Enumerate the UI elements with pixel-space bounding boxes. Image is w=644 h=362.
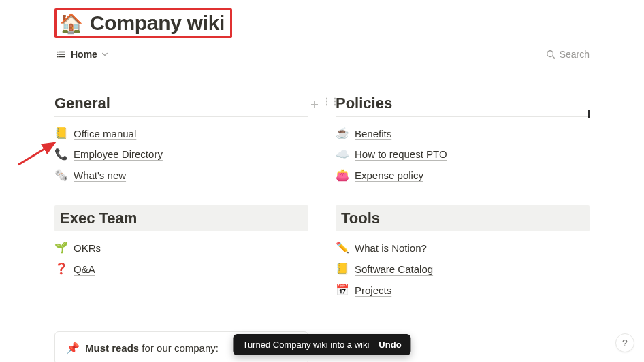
help-label: ?	[622, 338, 628, 348]
page-title[interactable]: Company wiki	[90, 12, 225, 35]
search-label: Search	[560, 49, 590, 60]
link-benefits[interactable]: ☕ Benefits	[336, 127, 590, 141]
link-expense-policy[interactable]: 👛 Expense policy	[336, 169, 590, 183]
link-projects[interactable]: 📅 Projects	[336, 283, 590, 297]
link-office-manual[interactable]: 📒 Office manual	[54, 127, 308, 141]
notebook-icon: 📒	[54, 127, 67, 141]
help-button[interactable]: ?	[615, 333, 634, 352]
section-heading-policies[interactable]: ＋ ⋮⋮ Policies	[336, 95, 590, 117]
coffee-icon: ☕	[336, 127, 348, 141]
link-label: Software Catalog	[355, 263, 433, 276]
link-label: Expense policy	[355, 169, 423, 182]
search-icon	[546, 50, 556, 59]
link-qa[interactable]: ❓ Q&A	[54, 262, 308, 276]
link-okrs[interactable]: 🌱 OKRs	[54, 241, 308, 255]
must-reads-text: Must reads for our company:	[85, 342, 219, 354]
link-label: What is Notion?	[355, 242, 427, 255]
toast-message: Turned Company wiki into a wiki	[242, 340, 369, 350]
page-title-row: 🏠 Company wiki	[54, 8, 232, 38]
svg-point-1	[57, 54, 59, 55]
seedling-icon: 🌱	[54, 241, 67, 255]
view-switcher-home[interactable]: Home	[54, 48, 111, 61]
question-icon: ❓	[54, 262, 67, 276]
list-icon	[57, 50, 67, 59]
section-heading-label: Exec Team	[60, 210, 137, 227]
pencil-icon: ✏️	[336, 241, 348, 255]
section-policies: ＋ ⋮⋮ Policies ☕ Benefits ☁️ How to reque…	[336, 95, 590, 189]
newspaper-icon: 🗞️	[54, 169, 67, 183]
page-root: 🏠 Company wiki Home Search General 📒	[0, 0, 644, 362]
page-icon[interactable]: 🏠	[59, 12, 83, 35]
view-toolbar: Home Search	[54, 48, 590, 67]
link-label: Q&A	[74, 263, 95, 276]
link-label: Office manual	[74, 127, 136, 141]
view-switcher-label: Home	[71, 49, 97, 60]
search-button[interactable]: Search	[546, 49, 590, 60]
notebook-icon: 📒	[336, 262, 348, 276]
sections-grid: General 📒 Office manual 📞 Employee Direc…	[54, 95, 590, 304]
section-heading-tools[interactable]: Tools	[336, 205, 590, 231]
link-request-pto[interactable]: ☁️ How to request PTO	[336, 148, 590, 162]
section-heading-label: Tools	[341, 210, 380, 227]
block-hover-controls: ＋ ⋮⋮	[308, 96, 338, 112]
pushpin-icon: 📌	[66, 342, 80, 355]
link-what-is-notion[interactable]: ✏️ What is Notion?	[336, 241, 590, 255]
link-software-catalog[interactable]: 📒 Software Catalog	[336, 262, 590, 276]
section-heading-label: Policies	[336, 95, 392, 112]
link-label: Projects	[355, 284, 391, 297]
link-label: Benefits	[355, 127, 391, 141]
add-block-icon[interactable]: ＋	[308, 96, 321, 112]
phone-icon: 📞	[54, 148, 67, 162]
section-heading-exec[interactable]: Exec Team	[54, 205, 308, 231]
link-label: How to request PTO	[355, 148, 447, 161]
cloud-icon: ☁️	[336, 148, 348, 162]
link-employee-directory[interactable]: 📞 Employee Directory	[54, 148, 308, 162]
link-label: Employee Directory	[74, 148, 163, 161]
svg-point-0	[57, 52, 59, 53]
chevron-down-icon	[101, 51, 108, 58]
section-heading-general[interactable]: General	[54, 95, 308, 117]
svg-point-2	[57, 56, 59, 58]
section-exec-team: Exec Team 🌱 OKRs ❓ Q&A	[54, 205, 308, 303]
section-tools: Tools ✏️ What is Notion? 📒 Software Cata…	[336, 205, 590, 303]
section-heading-label: General	[54, 95, 110, 112]
purse-icon: 👛	[336, 169, 348, 183]
link-label: What's new	[74, 169, 126, 182]
link-whats-new[interactable]: 🗞️ What's new	[54, 169, 308, 183]
calendar-icon: 📅	[336, 283, 348, 297]
drag-handle-icon[interactable]: ⋮⋮	[322, 96, 338, 112]
toast-undo-button[interactable]: Undo	[379, 340, 401, 350]
link-label: OKRs	[74, 242, 101, 255]
toast-notification: Turned Company wiki into a wiki Undo	[233, 334, 410, 355]
section-general: General 📒 Office manual 📞 Employee Direc…	[54, 95, 308, 189]
